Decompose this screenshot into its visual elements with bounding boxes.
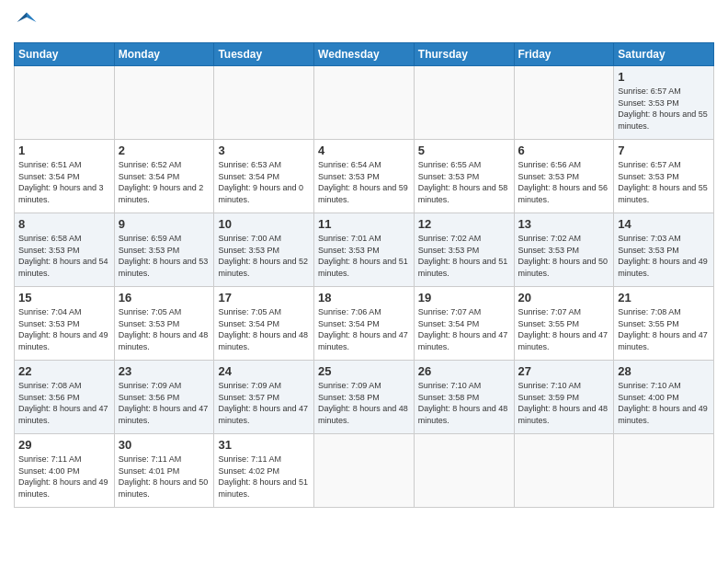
day-number: 23	[119, 364, 210, 378]
day-info: Sunrise: 6:57 AMSunset: 3:53 PMDaylight:…	[618, 160, 708, 204]
calendar-header-saturday: Saturday	[614, 43, 714, 66]
day-number: 17	[218, 291, 310, 304]
day-info: Sunrise: 6:54 AMSunset: 3:53 PMDaylight:…	[318, 160, 408, 204]
calendar-cell	[114, 66, 214, 140]
day-info: Sunrise: 7:11 AMSunset: 4:01 PMDaylight:…	[119, 454, 209, 499]
calendar-cell	[15, 66, 115, 140]
day-number: 19	[418, 291, 510, 304]
calendar-cell: 28 Sunrise: 7:10 AMSunset: 4:00 PMDaylig…	[614, 361, 714, 434]
day-info: Sunrise: 6:52 AMSunset: 3:54 PMDaylight:…	[119, 160, 204, 204]
calendar-header-row: SundayMondayTuesdayWednesdayThursdayFrid…	[15, 43, 714, 66]
calendar-cell: 10 Sunrise: 7:00 AMSunset: 3:53 PMDaylig…	[214, 213, 314, 287]
calendar-cell: 18 Sunrise: 7:06 AMSunset: 3:54 PMDaylig…	[314, 287, 415, 361]
calendar-cell	[514, 66, 614, 140]
day-number: 26	[418, 364, 510, 378]
header	[14, 9, 714, 35]
day-number: 9	[119, 217, 210, 231]
calendar-cell	[314, 434, 415, 508]
day-info: Sunrise: 6:58 AMSunset: 3:53 PMDaylight:…	[18, 234, 108, 278]
day-info: Sunrise: 6:51 AMSunset: 3:54 PMDaylight:…	[18, 160, 104, 204]
day-info: Sunrise: 7:05 AMSunset: 3:54 PMDaylight:…	[218, 307, 308, 351]
day-info: Sunrise: 6:59 AMSunset: 3:53 PMDaylight:…	[119, 234, 209, 278]
calendar-cell: 19 Sunrise: 7:07 AMSunset: 3:54 PMDaylig…	[414, 287, 514, 361]
calendar-cell: 30 Sunrise: 7:11 AMSunset: 4:01 PMDaylig…	[114, 434, 214, 508]
calendar-cell: 9 Sunrise: 6:59 AMSunset: 3:53 PMDayligh…	[114, 213, 214, 287]
calendar-cell: 29 Sunrise: 7:11 AMSunset: 4:00 PMDaylig…	[15, 434, 115, 508]
day-info: Sunrise: 7:09 AMSunset: 3:56 PMDaylight:…	[119, 381, 209, 425]
calendar-cell: 11 Sunrise: 7:01 AMSunset: 3:53 PMDaylig…	[314, 213, 415, 287]
day-number: 7	[618, 144, 710, 157]
day-info: Sunrise: 7:00 AMSunset: 3:53 PMDaylight:…	[218, 234, 308, 278]
day-number: 15	[18, 291, 110, 304]
calendar-header-monday: Monday	[114, 43, 214, 66]
day-info: Sunrise: 7:02 AMSunset: 3:53 PMDaylight:…	[418, 234, 508, 278]
day-number: 1	[18, 144, 110, 157]
day-number: 13	[518, 217, 610, 231]
calendar-header-wednesday: Wednesday	[314, 43, 415, 66]
day-info: Sunrise: 7:09 AMSunset: 3:57 PMDaylight:…	[218, 381, 308, 425]
calendar-cell: 8 Sunrise: 6:58 AMSunset: 3:53 PMDayligh…	[15, 213, 115, 287]
calendar-cell: 14 Sunrise: 7:03 AMSunset: 3:53 PMDaylig…	[614, 213, 714, 287]
day-number: 4	[318, 144, 410, 157]
calendar-week-row: 1 Sunrise: 6:51 AMSunset: 3:54 PMDayligh…	[15, 140, 714, 213]
day-info: Sunrise: 7:07 AMSunset: 3:54 PMDaylight:…	[418, 307, 508, 351]
calendar-cell: 25 Sunrise: 7:09 AMSunset: 3:58 PMDaylig…	[314, 361, 415, 434]
svg-marker-0	[27, 13, 37, 23]
calendar-week-row: 1 Sunrise: 6:57 AMSunset: 3:53 PMDayligh…	[15, 66, 714, 140]
calendar-cell	[214, 66, 314, 140]
calendar-cell: 26 Sunrise: 7:10 AMSunset: 3:58 PMDaylig…	[414, 361, 514, 434]
calendar-cell: 4 Sunrise: 6:54 AMSunset: 3:53 PMDayligh…	[314, 140, 415, 213]
calendar-week-row: 15 Sunrise: 7:04 AMSunset: 3:53 PMDaylig…	[15, 287, 714, 361]
day-info: Sunrise: 6:53 AMSunset: 3:54 PMDaylight:…	[218, 160, 303, 204]
calendar-cell: 31 Sunrise: 7:11 AMSunset: 4:02 PMDaylig…	[214, 434, 314, 508]
calendar-cell: 20 Sunrise: 7:07 AMSunset: 3:55 PMDaylig…	[514, 287, 614, 361]
calendar-cell: 12 Sunrise: 7:02 AMSunset: 3:53 PMDaylig…	[414, 213, 514, 287]
day-info: Sunrise: 7:10 AMSunset: 4:00 PMDaylight:…	[618, 381, 708, 425]
calendar-cell: 16 Sunrise: 7:05 AMSunset: 3:53 PMDaylig…	[114, 287, 214, 361]
day-number: 31	[218, 438, 310, 452]
day-info: Sunrise: 7:11 AMSunset: 4:00 PMDaylight:…	[18, 454, 108, 499]
calendar-cell: 13 Sunrise: 7:02 AMSunset: 3:53 PMDaylig…	[514, 213, 614, 287]
calendar-week-row: 8 Sunrise: 6:58 AMSunset: 3:53 PMDayligh…	[15, 213, 714, 287]
calendar-cell: 7 Sunrise: 6:57 AMSunset: 3:53 PMDayligh…	[614, 140, 714, 213]
day-info: Sunrise: 7:02 AMSunset: 3:53 PMDaylight:…	[518, 234, 609, 278]
calendar-cell: 5 Sunrise: 6:55 AMSunset: 3:53 PMDayligh…	[414, 140, 514, 213]
day-info: Sunrise: 7:03 AMSunset: 3:53 PMDaylight:…	[618, 234, 708, 278]
day-number: 6	[518, 144, 610, 157]
day-number: 24	[218, 364, 310, 378]
calendar-cell: 23 Sunrise: 7:09 AMSunset: 3:56 PMDaylig…	[114, 361, 214, 434]
day-info: Sunrise: 7:08 AMSunset: 3:55 PMDaylight:…	[618, 307, 708, 351]
day-info: Sunrise: 7:07 AMSunset: 3:55 PMDaylight:…	[518, 307, 609, 351]
day-info: Sunrise: 7:11 AMSunset: 4:02 PMDaylight:…	[218, 454, 308, 499]
calendar-cell	[314, 66, 415, 140]
day-info: Sunrise: 7:06 AMSunset: 3:54 PMDaylight:…	[318, 307, 408, 351]
calendar-header-friday: Friday	[514, 43, 614, 66]
calendar-cell: 1 Sunrise: 6:51 AMSunset: 3:54 PMDayligh…	[15, 140, 115, 213]
day-info: Sunrise: 6:55 AMSunset: 3:53 PMDaylight:…	[418, 160, 508, 204]
calendar-cell: 1 Sunrise: 6:57 AMSunset: 3:53 PMDayligh…	[614, 66, 714, 140]
calendar-cell: 24 Sunrise: 7:09 AMSunset: 3:57 PMDaylig…	[214, 361, 314, 434]
day-number: 14	[618, 217, 710, 231]
day-info: Sunrise: 6:56 AMSunset: 3:53 PMDaylight:…	[518, 160, 609, 204]
logo	[14, 9, 43, 35]
calendar-cell: 22 Sunrise: 7:08 AMSunset: 3:56 PMDaylig…	[15, 361, 115, 434]
day-number: 2	[119, 144, 210, 157]
day-number: 5	[418, 144, 510, 157]
logo-icon	[14, 9, 40, 35]
calendar-week-row: 22 Sunrise: 7:08 AMSunset: 3:56 PMDaylig…	[15, 361, 714, 434]
calendar-cell: 17 Sunrise: 7:05 AMSunset: 3:54 PMDaylig…	[214, 287, 314, 361]
day-number: 18	[318, 291, 410, 304]
calendar-cell: 27 Sunrise: 7:10 AMSunset: 3:59 PMDaylig…	[514, 361, 614, 434]
calendar-header-sunday: Sunday	[15, 43, 115, 66]
calendar-header-tuesday: Tuesday	[214, 43, 314, 66]
svg-marker-1	[17, 13, 28, 23]
day-number: 20	[518, 291, 610, 304]
day-number: 21	[618, 291, 710, 304]
calendar-cell: 2 Sunrise: 6:52 AMSunset: 3:54 PMDayligh…	[114, 140, 214, 213]
calendar-cell	[514, 434, 614, 508]
day-number: 25	[318, 364, 410, 378]
day-info: Sunrise: 7:01 AMSunset: 3:53 PMDaylight:…	[318, 234, 408, 278]
day-info: Sunrise: 7:10 AMSunset: 3:58 PMDaylight:…	[418, 381, 508, 425]
day-number: 22	[18, 364, 110, 378]
calendar-table: SundayMondayTuesdayWednesdayThursdayFrid…	[14, 42, 714, 508]
